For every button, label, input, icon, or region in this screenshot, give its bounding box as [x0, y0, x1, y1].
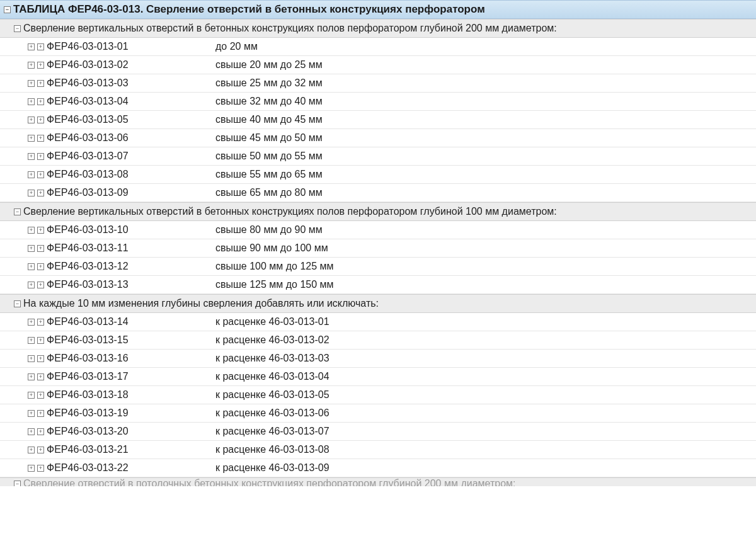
item-description: к расценке 46-03-013-07 [215, 426, 752, 437]
expand-icon[interactable] [28, 245, 35, 252]
item-description: свыше 20 мм до 25 мм [215, 59, 752, 71]
item-description: свыше 125 мм до 150 мм [215, 279, 752, 290]
item-description: свыше 25 мм до 32 мм [215, 77, 752, 89]
table-row[interactable]: ФЕР46-03-013-20к расценке 46-03-013-07 [0, 423, 756, 441]
expand-icon[interactable] [37, 43, 44, 50]
collapse-icon[interactable] [14, 481, 21, 487]
expand-icon[interactable] [28, 98, 35, 105]
table-row[interactable]: ФЕР46-03-013-07свыше 50 мм до 55 мм [0, 147, 756, 166]
table-row[interactable]: ФЕР46-03-013-04свыше 32 мм до 40 мм [0, 93, 756, 111]
table-row[interactable]: ФЕР46-03-013-15к расценке 46-03-013-02 [0, 331, 756, 350]
item-code: ФЕР46-03-013-13 [47, 279, 215, 290]
table-row[interactable]: ФЕР46-03-013-03свыше 25 мм до 32 мм [0, 74, 756, 93]
item-description: к расценке 46-03-013-08 [215, 444, 752, 455]
table-row[interactable]: ФЕР46-03-013-05свыше 40 мм до 45 мм [0, 111, 756, 129]
expand-icon[interactable] [37, 62, 44, 69]
expand-icon[interactable] [37, 245, 44, 252]
expand-icon[interactable] [28, 153, 35, 160]
expand-icon[interactable] [37, 190, 44, 196]
expand-icon[interactable] [28, 135, 35, 142]
expand-icon[interactable] [28, 447, 35, 453]
item-description: свыше 100 мм до 125 мм [215, 261, 752, 272]
group-title: Сверление отверстий в потолочных бетонны… [23, 478, 516, 486]
expand-icon[interactable] [37, 373, 44, 380]
item-code: ФЕР46-03-013-16 [47, 353, 215, 364]
table-row[interactable]: ФЕР46-03-013-08свыше 55 мм до 65 мм [0, 166, 756, 184]
item-code: ФЕР46-03-013-03 [47, 77, 215, 89]
table-row[interactable]: ФЕР46-03-013-01до 20 мм [0, 38, 756, 56]
expand-icon[interactable] [28, 373, 35, 380]
collapse-icon[interactable] [14, 25, 21, 32]
expand-icon[interactable] [28, 43, 35, 50]
expand-icon[interactable] [28, 227, 35, 234]
expand-icon[interactable] [37, 98, 44, 105]
expand-icon[interactable] [28, 80, 35, 87]
item-code: ФЕР46-03-013-05 [47, 114, 215, 125]
expand-icon[interactable] [28, 410, 35, 417]
item-code: ФЕР46-03-013-15 [47, 334, 215, 346]
expand-icon[interactable] [28, 319, 35, 326]
expand-icon[interactable] [28, 190, 35, 196]
item-code: ФЕР46-03-013-02 [47, 59, 215, 71]
expand-icon[interactable] [37, 465, 44, 472]
group-header-cutoff: Сверление отверстий в потолочных бетонны… [0, 477, 756, 486]
table-row[interactable]: ФЕР46-03-013-19к расценке 46-03-013-06 [0, 404, 756, 423]
group-title: Сверление вертикальных отверстий в бетон… [23, 206, 557, 217]
expand-icon[interactable] [37, 355, 44, 362]
expand-icon[interactable] [37, 153, 44, 160]
item-description: свыше 50 мм до 55 мм [215, 151, 752, 162]
item-code: ФЕР46-03-013-04 [47, 96, 215, 107]
expand-icon[interactable] [28, 465, 35, 472]
expand-icon[interactable] [37, 392, 44, 399]
expand-icon[interactable] [28, 62, 35, 69]
item-code: ФЕР46-03-013-01 [47, 41, 215, 52]
expand-icon[interactable] [28, 355, 35, 362]
group-header[interactable]: Сверление вертикальных отверстий в бетон… [0, 19, 756, 38]
group-title: Сверление вертикальных отверстий в бетон… [23, 23, 557, 34]
table-row[interactable]: ФЕР46-03-013-12свыше 100 мм до 125 мм [0, 258, 756, 276]
expand-icon[interactable] [28, 282, 35, 288]
item-description: к расценке 46-03-013-03 [215, 353, 752, 364]
item-code: ФЕР46-03-013-14 [47, 316, 215, 327]
item-code: ФЕР46-03-013-09 [47, 187, 215, 198]
expand-icon[interactable] [37, 135, 44, 142]
expand-icon[interactable] [37, 447, 44, 453]
group-header[interactable]: Сверление вертикальных отверстий в бетон… [0, 202, 756, 221]
table-row[interactable]: ФЕР46-03-013-11свыше 90 мм до 100 мм [0, 239, 756, 258]
collapse-icon[interactable] [4, 6, 11, 13]
table-row[interactable]: ФЕР46-03-013-21к расценке 46-03-013-08 [0, 441, 756, 459]
item-description: к расценке 46-03-013-05 [215, 389, 752, 401]
collapse-icon[interactable] [14, 208, 21, 215]
item-code: ФЕР46-03-013-22 [47, 462, 215, 474]
expand-icon[interactable] [28, 428, 35, 435]
expand-icon[interactable] [37, 117, 44, 123]
expand-icon[interactable] [37, 410, 44, 417]
table-row[interactable]: ФЕР46-03-013-02свыше 20 мм до 25 мм [0, 56, 756, 74]
expand-icon[interactable] [28, 117, 35, 123]
expand-icon[interactable] [37, 227, 44, 234]
table-title: ТАБЛИЦА ФЕР46-03-013. Сверление отверсти… [13, 3, 485, 16]
table-row[interactable]: ФЕР46-03-013-17к расценке 46-03-013-04 [0, 368, 756, 386]
group-header[interactable]: На каждые 10 мм изменения глубины сверле… [0, 294, 756, 313]
expand-icon[interactable] [37, 337, 44, 344]
table-row[interactable]: ФЕР46-03-013-16к расценке 46-03-013-03 [0, 350, 756, 368]
expand-icon[interactable] [28, 171, 35, 178]
table-row[interactable]: ФЕР46-03-013-10свыше 80 мм до 90 мм [0, 221, 756, 239]
collapse-icon[interactable] [14, 300, 21, 307]
table-row[interactable]: ФЕР46-03-013-06свыше 45 мм до 50 мм [0, 129, 756, 147]
table-row[interactable]: ФЕР46-03-013-09свыше 65 мм до 80 мм [0, 184, 756, 202]
expand-icon[interactable] [37, 428, 44, 435]
table-row[interactable]: ФЕР46-03-013-22к расценке 46-03-013-09 [0, 459, 756, 477]
expand-icon[interactable] [37, 319, 44, 326]
table-row[interactable]: ФЕР46-03-013-18к расценке 46-03-013-05 [0, 386, 756, 404]
expand-icon[interactable] [37, 282, 44, 288]
expand-icon[interactable] [37, 171, 44, 178]
expand-icon[interactable] [37, 80, 44, 87]
item-code: ФЕР46-03-013-11 [47, 242, 215, 254]
expand-icon[interactable] [28, 337, 35, 344]
expand-icon[interactable] [28, 392, 35, 399]
expand-icon[interactable] [37, 263, 44, 270]
expand-icon[interactable] [28, 263, 35, 270]
table-row[interactable]: ФЕР46-03-013-14к расценке 46-03-013-01 [0, 313, 756, 331]
table-row[interactable]: ФЕР46-03-013-13свыше 125 мм до 150 мм [0, 276, 756, 294]
